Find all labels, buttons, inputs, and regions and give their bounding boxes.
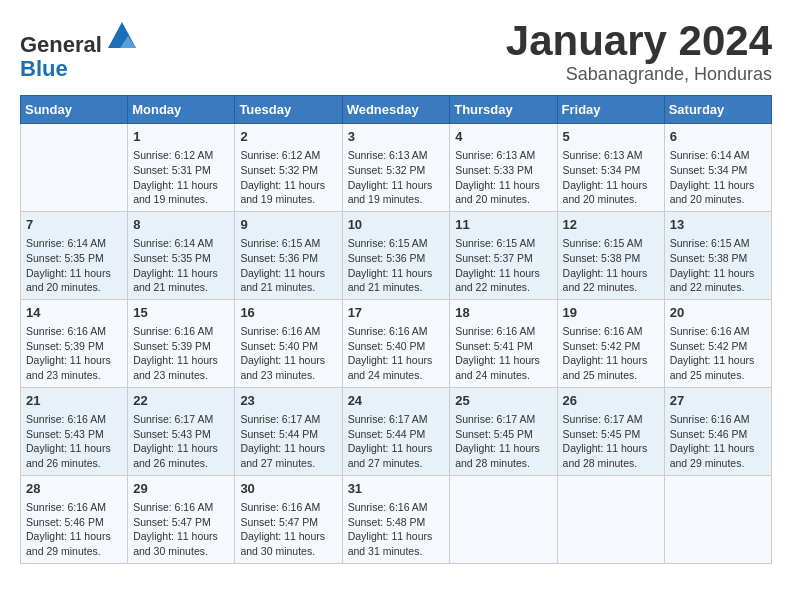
calendar-cell: 12Sunrise: 6:15 AM Sunset: 5:38 PM Dayli…: [557, 211, 664, 299]
day-number: 21: [26, 392, 122, 410]
day-number: 7: [26, 216, 122, 234]
day-number: 22: [133, 392, 229, 410]
cell-sun-info: Sunrise: 6:16 AM Sunset: 5:39 PM Dayligh…: [26, 324, 122, 383]
day-number: 13: [670, 216, 766, 234]
calendar-cell: 4Sunrise: 6:13 AM Sunset: 5:33 PM Daylig…: [450, 124, 557, 212]
calendar-cell: 7Sunrise: 6:14 AM Sunset: 5:35 PM Daylig…: [21, 211, 128, 299]
calendar-week-row: 21Sunrise: 6:16 AM Sunset: 5:43 PM Dayli…: [21, 387, 772, 475]
calendar-cell: [450, 475, 557, 563]
calendar-cell: 5Sunrise: 6:13 AM Sunset: 5:34 PM Daylig…: [557, 124, 664, 212]
calendar-week-row: 1Sunrise: 6:12 AM Sunset: 5:31 PM Daylig…: [21, 124, 772, 212]
day-number: 26: [563, 392, 659, 410]
calendar-cell: 21Sunrise: 6:16 AM Sunset: 5:43 PM Dayli…: [21, 387, 128, 475]
cell-sun-info: Sunrise: 6:16 AM Sunset: 5:47 PM Dayligh…: [133, 500, 229, 559]
day-number: 23: [240, 392, 336, 410]
cell-sun-info: Sunrise: 6:17 AM Sunset: 5:44 PM Dayligh…: [348, 412, 445, 471]
cell-sun-info: Sunrise: 6:17 AM Sunset: 5:45 PM Dayligh…: [455, 412, 551, 471]
column-header-friday: Friday: [557, 96, 664, 124]
location-subtitle: Sabanagrande, Honduras: [506, 64, 772, 85]
cell-sun-info: Sunrise: 6:15 AM Sunset: 5:38 PM Dayligh…: [563, 236, 659, 295]
logo-general-text: General: [20, 32, 102, 57]
cell-sun-info: Sunrise: 6:16 AM Sunset: 5:42 PM Dayligh…: [563, 324, 659, 383]
day-number: 16: [240, 304, 336, 322]
cell-sun-info: Sunrise: 6:16 AM Sunset: 5:40 PM Dayligh…: [348, 324, 445, 383]
calendar-cell: 25Sunrise: 6:17 AM Sunset: 5:45 PM Dayli…: [450, 387, 557, 475]
cell-sun-info: Sunrise: 6:17 AM Sunset: 5:44 PM Dayligh…: [240, 412, 336, 471]
calendar-cell: 6Sunrise: 6:14 AM Sunset: 5:34 PM Daylig…: [664, 124, 771, 212]
calendar-cell: 13Sunrise: 6:15 AM Sunset: 5:38 PM Dayli…: [664, 211, 771, 299]
cell-sun-info: Sunrise: 6:14 AM Sunset: 5:35 PM Dayligh…: [26, 236, 122, 295]
cell-sun-info: Sunrise: 6:17 AM Sunset: 5:45 PM Dayligh…: [563, 412, 659, 471]
cell-sun-info: Sunrise: 6:16 AM Sunset: 5:46 PM Dayligh…: [26, 500, 122, 559]
day-number: 3: [348, 128, 445, 146]
cell-sun-info: Sunrise: 6:13 AM Sunset: 5:32 PM Dayligh…: [348, 148, 445, 207]
day-number: 27: [670, 392, 766, 410]
calendar-cell: 19Sunrise: 6:16 AM Sunset: 5:42 PM Dayli…: [557, 299, 664, 387]
column-header-wednesday: Wednesday: [342, 96, 450, 124]
calendar-cell: [557, 475, 664, 563]
day-number: 14: [26, 304, 122, 322]
calendar-cell: 18Sunrise: 6:16 AM Sunset: 5:41 PM Dayli…: [450, 299, 557, 387]
calendar-cell: 31Sunrise: 6:16 AM Sunset: 5:48 PM Dayli…: [342, 475, 450, 563]
cell-sun-info: Sunrise: 6:16 AM Sunset: 5:42 PM Dayligh…: [670, 324, 766, 383]
calendar-cell: 11Sunrise: 6:15 AM Sunset: 5:37 PM Dayli…: [450, 211, 557, 299]
cell-sun-info: Sunrise: 6:16 AM Sunset: 5:43 PM Dayligh…: [26, 412, 122, 471]
cell-sun-info: Sunrise: 6:15 AM Sunset: 5:37 PM Dayligh…: [455, 236, 551, 295]
day-number: 8: [133, 216, 229, 234]
day-number: 29: [133, 480, 229, 498]
day-number: 17: [348, 304, 445, 322]
day-number: 11: [455, 216, 551, 234]
calendar-header-row: SundayMondayTuesdayWednesdayThursdayFrid…: [21, 96, 772, 124]
day-number: 30: [240, 480, 336, 498]
column-header-tuesday: Tuesday: [235, 96, 342, 124]
day-number: 9: [240, 216, 336, 234]
calendar-cell: 10Sunrise: 6:15 AM Sunset: 5:36 PM Dayli…: [342, 211, 450, 299]
calendar-table: SundayMondayTuesdayWednesdayThursdayFrid…: [20, 95, 772, 564]
page-header: General Blue January 2024 Sabanagrande, …: [20, 20, 772, 85]
day-number: 5: [563, 128, 659, 146]
column-header-monday: Monday: [128, 96, 235, 124]
calendar-cell: 17Sunrise: 6:16 AM Sunset: 5:40 PM Dayli…: [342, 299, 450, 387]
day-number: 25: [455, 392, 551, 410]
calendar-cell: 1Sunrise: 6:12 AM Sunset: 5:31 PM Daylig…: [128, 124, 235, 212]
day-number: 31: [348, 480, 445, 498]
cell-sun-info: Sunrise: 6:15 AM Sunset: 5:36 PM Dayligh…: [240, 236, 336, 295]
cell-sun-info: Sunrise: 6:13 AM Sunset: 5:34 PM Dayligh…: [563, 148, 659, 207]
calendar-cell: [664, 475, 771, 563]
cell-sun-info: Sunrise: 6:16 AM Sunset: 5:46 PM Dayligh…: [670, 412, 766, 471]
cell-sun-info: Sunrise: 6:17 AM Sunset: 5:43 PM Dayligh…: [133, 412, 229, 471]
cell-sun-info: Sunrise: 6:16 AM Sunset: 5:41 PM Dayligh…: [455, 324, 551, 383]
cell-sun-info: Sunrise: 6:16 AM Sunset: 5:47 PM Dayligh…: [240, 500, 336, 559]
calendar-week-row: 7Sunrise: 6:14 AM Sunset: 5:35 PM Daylig…: [21, 211, 772, 299]
day-number: 12: [563, 216, 659, 234]
calendar-cell: 15Sunrise: 6:16 AM Sunset: 5:39 PM Dayli…: [128, 299, 235, 387]
cell-sun-info: Sunrise: 6:14 AM Sunset: 5:35 PM Dayligh…: [133, 236, 229, 295]
calendar-week-row: 14Sunrise: 6:16 AM Sunset: 5:39 PM Dayli…: [21, 299, 772, 387]
day-number: 20: [670, 304, 766, 322]
day-number: 6: [670, 128, 766, 146]
cell-sun-info: Sunrise: 6:14 AM Sunset: 5:34 PM Dayligh…: [670, 148, 766, 207]
day-number: 10: [348, 216, 445, 234]
column-header-thursday: Thursday: [450, 96, 557, 124]
cell-sun-info: Sunrise: 6:12 AM Sunset: 5:31 PM Dayligh…: [133, 148, 229, 207]
logo-icon: [106, 20, 138, 52]
cell-sun-info: Sunrise: 6:16 AM Sunset: 5:40 PM Dayligh…: [240, 324, 336, 383]
day-number: 15: [133, 304, 229, 322]
cell-sun-info: Sunrise: 6:16 AM Sunset: 5:48 PM Dayligh…: [348, 500, 445, 559]
calendar-week-row: 28Sunrise: 6:16 AM Sunset: 5:46 PM Dayli…: [21, 475, 772, 563]
calendar-cell: 27Sunrise: 6:16 AM Sunset: 5:46 PM Dayli…: [664, 387, 771, 475]
column-header-saturday: Saturday: [664, 96, 771, 124]
day-number: 24: [348, 392, 445, 410]
title-block: January 2024 Sabanagrande, Honduras: [506, 20, 772, 85]
cell-sun-info: Sunrise: 6:15 AM Sunset: 5:36 PM Dayligh…: [348, 236, 445, 295]
calendar-cell: 16Sunrise: 6:16 AM Sunset: 5:40 PM Dayli…: [235, 299, 342, 387]
calendar-cell: 22Sunrise: 6:17 AM Sunset: 5:43 PM Dayli…: [128, 387, 235, 475]
day-number: 2: [240, 128, 336, 146]
cell-sun-info: Sunrise: 6:12 AM Sunset: 5:32 PM Dayligh…: [240, 148, 336, 207]
calendar-cell: 30Sunrise: 6:16 AM Sunset: 5:47 PM Dayli…: [235, 475, 342, 563]
day-number: 19: [563, 304, 659, 322]
calendar-cell: 2Sunrise: 6:12 AM Sunset: 5:32 PM Daylig…: [235, 124, 342, 212]
calendar-cell: 14Sunrise: 6:16 AM Sunset: 5:39 PM Dayli…: [21, 299, 128, 387]
cell-sun-info: Sunrise: 6:13 AM Sunset: 5:33 PM Dayligh…: [455, 148, 551, 207]
logo-blue-text: Blue: [20, 56, 68, 81]
